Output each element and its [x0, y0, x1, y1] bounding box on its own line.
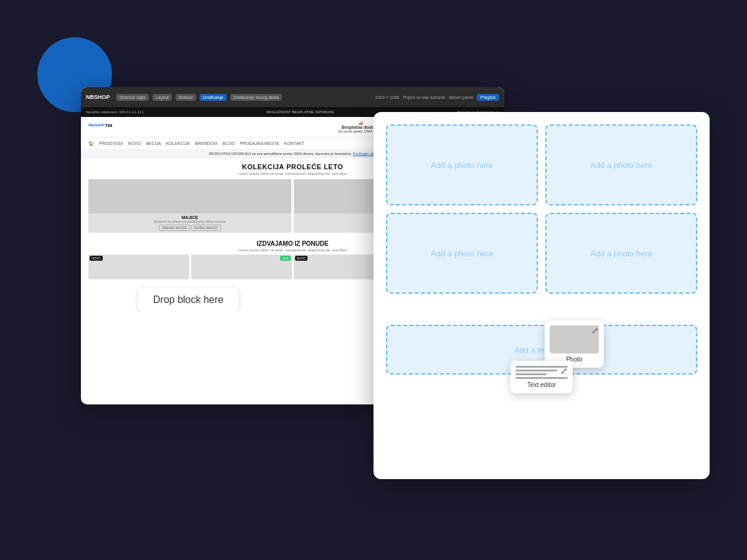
featured-badge-novo-3: NOVO [295, 256, 308, 261]
toolbar-link: Prijavi se kao korisnik [403, 95, 445, 100]
product-card-info-majice: MAJICE Spremni sa slikem za predstojeću … [88, 213, 291, 233]
nav-brendovi[interactable]: BRENDOVI [195, 141, 218, 146]
nav-prodajna[interactable]: PRODAJNA MESTA [240, 141, 279, 146]
product-card-img-majice [88, 179, 291, 213]
featured-item-2: 20% [191, 254, 292, 279]
photo-placeholder-1-label: Add a photo here [431, 161, 493, 170]
nav-kontakt[interactable]: KONTAKT [284, 141, 304, 146]
nav-kolekcije[interactable]: KOLEKCIJE [166, 141, 190, 146]
toolbar-resolution: 1920 × 1088 [375, 95, 400, 100]
toolbar-btn-dodavanje[interactable]: Dodavanje novog bloka [230, 94, 282, 101]
browser-logo: NBSHOP [86, 94, 110, 100]
site-logo-text: NBSHOP [88, 123, 105, 127]
product-card-majice: MAJICE Spremni sa slikem za predstojeću … [88, 179, 291, 233]
featured-sale-2: 20% [280, 256, 290, 261]
product-btns-majice: ŽENSKE MAJICE MUŠKE MAJICE [91, 225, 289, 231]
browser-toolbar: NBSHOP Stranice sajta Layout Blokovi Ure… [81, 87, 504, 107]
topbar-left: Naručite telefonom: 065/11-11-111 [86, 110, 144, 114]
nav-novo[interactable]: NOVO [128, 141, 141, 146]
photo-grid: Add a photo here Add a photo here Add a … [386, 124, 697, 294]
toolbar-admin: Admin panel [449, 95, 473, 100]
drop-block-area[interactable]: Drop block here [138, 288, 238, 312]
text-line-2 [515, 370, 557, 371]
nav-proizvodi[interactable]: PROIZVODI [99, 141, 123, 146]
photo-placeholder-1[interactable]: Add a photo here [386, 124, 538, 205]
photo-placeholder-2-label: Add a photo here [590, 161, 652, 170]
floating-text-card[interactable]: Text editor ⤢ [510, 361, 573, 393]
product-title-majice: MAJICE [91, 215, 289, 220]
site-logo: NBSHOP™ [88, 122, 113, 132]
promo-link[interactable]: Pročitajte više [353, 152, 376, 156]
toolbar-btn-uredjivanje[interactable]: Uređivanje [200, 94, 227, 101]
btn-muske-majice[interactable]: MUŠKE MAJICE [191, 225, 221, 231]
btn-zenske-majice[interactable]: ŽENSKE MAJICE [159, 225, 190, 231]
photo-placeholder-3[interactable]: Add a photo here [386, 213, 538, 294]
toolbar-preview-btn[interactable]: Pregled [477, 94, 499, 101]
text-card-move-icon[interactable]: ⤢ [560, 366, 568, 376]
photo-placeholder-2[interactable]: Add a photo here [545, 124, 697, 205]
promo-text: BESPLATNA ISPORUKA za sve porudžbine pre… [209, 152, 353, 156]
drop-block-label: Drop block here [153, 294, 223, 305]
photo-card-move-icon[interactable]: ⤢ [591, 325, 599, 335]
nav-akcija[interactable]: AKCIJA [146, 141, 161, 146]
photo-placeholder-3-label: Add a photo here [431, 249, 493, 258]
floating-text-label: Text editor [515, 381, 568, 388]
product-desc-majice: Spremni sa slikem za predstojeću letnju … [91, 220, 289, 223]
text-line-3 [515, 373, 547, 375]
nav-blog[interactable]: BLOG [223, 141, 235, 146]
featured-item-1: NOVO [88, 254, 189, 279]
editor-panel: Add a photo here Add a photo here Add a … [374, 112, 710, 479]
toolbar-btn-stranice[interactable]: Stranice sajta [116, 94, 149, 101]
toolbar-btn-layout[interactable]: Layout [153, 94, 172, 101]
text-line-4 [515, 377, 568, 379]
photo-placeholder-4-label: Add a photo here [590, 249, 652, 258]
featured-badge-novo-1: NOVO [90, 256, 103, 261]
toolbar-btn-blokovi[interactable]: Blokovi [176, 94, 196, 101]
nav-home[interactable]: 🏠 [88, 141, 94, 146]
photo-placeholder-4[interactable]: Add a photo here [545, 213, 697, 294]
